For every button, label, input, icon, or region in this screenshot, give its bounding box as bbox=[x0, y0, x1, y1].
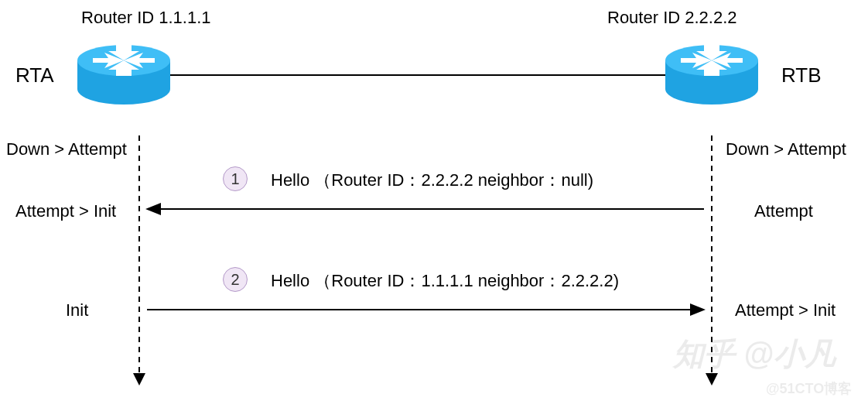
router-a-name: RTA bbox=[15, 63, 54, 87]
router-b-name: RTB bbox=[781, 63, 822, 87]
router-a-icon bbox=[77, 45, 170, 105]
msg2-arrowhead bbox=[690, 303, 706, 316]
step-2-badge: 2 bbox=[223, 267, 248, 292]
msg1-arrowhead bbox=[145, 203, 161, 215]
router-b-id: Router ID 2.2.2.2 bbox=[607, 8, 737, 28]
left-state-3: Init bbox=[66, 300, 88, 320]
step-1-badge: 1 bbox=[223, 166, 248, 191]
timeline-left-arrow bbox=[133, 373, 145, 386]
router-a-id: Router ID 1.1.1.1 bbox=[81, 8, 211, 28]
msg2-text: Hello （Router ID：1.1.1.1 neighbor：2.2.2.… bbox=[271, 269, 619, 293]
router-b-icon bbox=[665, 45, 758, 105]
diagram-canvas bbox=[0, 0, 868, 401]
right-state-1: Down > Attempt bbox=[726, 139, 846, 159]
right-state-2: Attempt bbox=[754, 201, 813, 221]
right-state-3: Attempt > Init bbox=[735, 300, 836, 320]
msg1-text: Hello （Router ID：2.2.2.2 neighbor：null) bbox=[271, 169, 593, 192]
timeline-right-arrow bbox=[706, 373, 718, 386]
left-state-2: Attempt > Init bbox=[15, 201, 116, 221]
left-state-1: Down > Attempt bbox=[6, 139, 127, 159]
